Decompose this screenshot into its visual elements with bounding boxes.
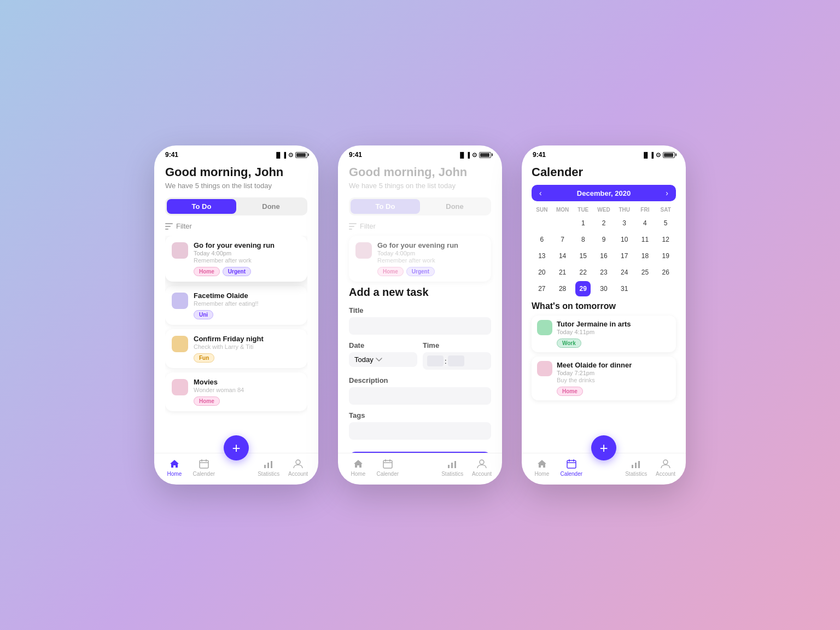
tab-todo-2[interactable]: To Do [351, 199, 420, 214]
title-input[interactable] [349, 317, 491, 335]
cal-cell-1[interactable]: 1 [575, 215, 591, 231]
cal-cell-7[interactable]: 7 [555, 232, 570, 247]
task-info-1-3: Movies Wonder woman 84 Home [194, 378, 301, 406]
cal-cell-8[interactable]: 8 [575, 232, 591, 247]
cal-cell-e4 [658, 281, 673, 296]
date-label: Date [349, 341, 417, 349]
wifi-icon-1: ⊙ [288, 151, 293, 159]
task-card-1-0[interactable]: Go for your evening run Today 4:00pm Rem… [165, 236, 307, 282]
task-card-1-2[interactable]: Confirm Friday night Check with Larry & … [165, 329, 307, 368]
chevron-down-icon [376, 358, 382, 362]
cal-next-button[interactable]: › [663, 189, 670, 197]
svg-rect-19 [451, 463, 453, 468]
task-card-1-1[interactable]: Facetime Olaide Remember after eating!! … [165, 286, 307, 325]
form-group-tags: Tags [349, 411, 491, 440]
task-note-1-3: Wonder woman 84 [194, 387, 301, 393]
phones-container: 9:41 ▐▌▐ ⊙ Good morning, John We have 5 … [154, 145, 686, 485]
event-title-1: Tutor Jermaine in arts [557, 320, 670, 328]
cal-cell-13[interactable]: 13 [534, 248, 550, 264]
cal-cell-31[interactable]: 31 [617, 281, 632, 296]
cal-cell-23[interactable]: 23 [596, 265, 611, 280]
greeting-sub-2: We have 5 things on the list today [349, 182, 491, 190]
top-task-2: Go for your evening run Today 4:00pm Rem… [349, 236, 491, 282]
cal-grid: SUN MON TUE WED THU FRI SAT 1 2 3 4 5 6 … [532, 205, 676, 297]
task-card-1-3[interactable]: Movies Wonder woman 84 Home [165, 372, 307, 411]
account-icon-2 [476, 458, 488, 470]
event-tags-2: Home [557, 387, 670, 396]
cal-cell-15[interactable]: 15 [575, 248, 591, 264]
tab-done-1[interactable]: Done [236, 199, 306, 214]
tab-todo-1[interactable]: To Do [167, 199, 236, 214]
top-task-note-2: Remember after work [377, 257, 485, 264]
form-group-time: Time : [423, 341, 491, 370]
date-select[interactable]: Today [349, 352, 417, 367]
status-icons-3: ▐▌▐ ⊙ [642, 151, 675, 159]
cal-cell-9[interactable]: 9 [596, 232, 611, 247]
cal-cell-6[interactable]: 6 [534, 232, 550, 247]
tag-fun-1-2: Fun [194, 353, 214, 363]
cal-cell-2[interactable]: 2 [596, 215, 611, 231]
cal-cell-11[interactable]: 11 [637, 232, 652, 247]
cal-cell-4[interactable]: 4 [637, 215, 652, 231]
cal-cell-10[interactable]: 10 [617, 232, 632, 247]
nav-stats-2[interactable]: Statistics [438, 458, 467, 477]
cal-cell-16[interactable]: 16 [596, 248, 611, 264]
tags-input[interactable] [349, 422, 491, 440]
task-title-1-2: Confirm Friday night [194, 335, 301, 343]
cal-cell-25[interactable]: 25 [637, 265, 652, 280]
cal-cell-21[interactable]: 21 [555, 265, 570, 280]
nav-account-1[interactable]: Account [283, 458, 313, 477]
calendar-icon-2 [382, 458, 394, 470]
tag-uni-1-1: Uni [194, 310, 213, 319]
cal-cell-27[interactable]: 27 [534, 281, 550, 296]
cal-cell-12[interactable]: 12 [658, 232, 673, 247]
cal-cell-30[interactable]: 30 [596, 281, 611, 296]
tag-urgent-1-0: Urgent [223, 267, 251, 276]
event-tags-1: Work [557, 339, 670, 348]
nav-stats-3[interactable]: Statistics [621, 458, 651, 477]
cal-cell-28[interactable]: 28 [555, 281, 570, 296]
cal-cell-19[interactable]: 19 [658, 248, 673, 264]
nav-home-1[interactable]: Home [160, 458, 189, 477]
time-hour[interactable] [427, 355, 444, 366]
event-color-2 [537, 361, 552, 376]
tab-selector-1: To Do Done [165, 197, 307, 215]
cal-cell-24[interactable]: 24 [617, 265, 632, 280]
battery-icon-2 [479, 152, 491, 158]
nav-stats-1[interactable]: Statistics [254, 458, 283, 477]
cal-cell-26[interactable]: 26 [658, 265, 673, 280]
cal-cell-14[interactable]: 14 [555, 248, 570, 264]
nav-label-calendar-1: Calender [192, 471, 215, 477]
nav-home-2[interactable]: Home [343, 458, 373, 477]
cal-cell-5[interactable]: 5 [658, 215, 673, 231]
nav-account-2[interactable]: Account [467, 458, 497, 477]
cal-cell-22[interactable]: 22 [575, 265, 591, 280]
nav-label-stats-1: Statistics [258, 471, 279, 477]
nav-calendar-2[interactable]: Calender [373, 458, 402, 477]
time-minute[interactable] [448, 355, 464, 366]
battery-icon-1 [295, 152, 307, 158]
nav-calendar-1[interactable]: Calender [189, 458, 219, 477]
filter-label-1[interactable]: Filter [176, 222, 192, 230]
nav-label-account-2: Account [472, 471, 492, 477]
fab-3[interactable]: + [591, 435, 616, 460]
top-task-title-2: Go for your evening run [377, 241, 485, 249]
cal-cell-29[interactable]: 29 [575, 281, 591, 296]
nav-account-3[interactable]: Account [651, 458, 680, 477]
cal-cell-18[interactable]: 18 [637, 248, 652, 264]
account-icon-1 [292, 458, 304, 470]
signal-icon-3: ▐▌▐ [642, 152, 654, 158]
cal-cell-3[interactable]: 3 [617, 215, 632, 231]
cal-cell-17[interactable]: 17 [617, 248, 632, 264]
desc-input[interactable] [349, 387, 491, 405]
nav-home-3[interactable]: Home [527, 458, 557, 477]
cal-prev-button[interactable]: ‹ [537, 189, 544, 197]
nav-calendar-3[interactable]: Calender [557, 458, 586, 477]
tab-done-2[interactable]: Done [420, 199, 489, 214]
time-1: 9:41 [165, 151, 178, 159]
event-card-2[interactable]: Meet Olaide for dinner Today 7:21pm Buy … [532, 357, 676, 400]
cal-cell-20[interactable]: 20 [534, 265, 550, 280]
event-card-1[interactable]: Tutor Jermaine in arts Today 4:11pm Work [532, 316, 676, 352]
fab-1[interactable]: + [224, 435, 249, 460]
time-colon: : [445, 357, 447, 365]
